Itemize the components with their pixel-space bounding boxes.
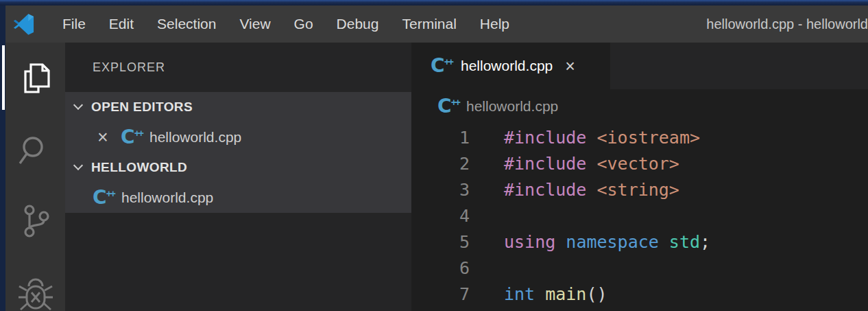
activity-bar	[5, 43, 65, 311]
code-line: 6	[411, 255, 868, 281]
cpp-file-icon: C++	[121, 127, 143, 148]
line-number: 6	[411, 255, 470, 281]
code-text: #include <vector>	[504, 151, 679, 177]
code-line: 3#include <string>	[411, 177, 868, 203]
breadcrumb-file-label: helloworld.cpp	[466, 98, 558, 115]
line-number: 4	[411, 203, 470, 229]
token-string: <iostream>	[596, 128, 700, 148]
menu-item-help[interactable]: Help	[468, 5, 521, 43]
token-plain	[586, 154, 596, 174]
menu-item-selection[interactable]: Selection	[145, 5, 228, 43]
breadcrumb[interactable]: C++ helloworld.cpp	[411, 89, 868, 124]
line-number: 5	[411, 229, 470, 255]
code-text: #include <string>	[504, 177, 679, 203]
file-label: helloworld.cpp	[121, 189, 213, 206]
tab-label: helloworld.cpp	[461, 58, 553, 74]
token-plain	[586, 128, 596, 148]
code-text: using namespace std;	[504, 229, 710, 255]
code-editor[interactable]: 1#include <iostream>2#include <vector>3#…	[411, 124, 868, 308]
line-number: 3	[411, 177, 470, 203]
vscode-logo-icon	[13, 14, 34, 35]
tab-bar: C++ helloworld.cpp ×	[411, 43, 868, 89]
cpp-file-icon: C++	[93, 187, 114, 208]
section-header-open-editors[interactable]: OPEN EDITORS	[65, 92, 411, 122]
line-number: 1	[411, 125, 470, 151]
code-line: 2#include <vector>	[411, 151, 868, 177]
menu-bar: FileEditSelectionViewGoDebugTerminalHelp	[51, 5, 521, 43]
editor-group: C++ helloworld.cpp × C++ helloworld.cpp …	[411, 43, 868, 311]
close-icon[interactable]: ×	[97, 130, 115, 144]
tab-helloworld-cpp[interactable]: C++ helloworld.cpp ×	[411, 43, 610, 89]
tree-item-helloworld-cpp[interactable]: ×C++helloworld.cpp	[65, 122, 411, 152]
code-line: 5using namespace std;	[411, 229, 868, 255]
sidebar-title: EXPLORER	[65, 43, 411, 92]
section-label: OPEN EDITORS	[91, 100, 193, 115]
title-bar: FileEditSelectionViewGoDebugTerminalHelp…	[5, 5, 868, 43]
tree-item-helloworld-cpp[interactable]: C++helloworld.cpp	[65, 183, 411, 213]
bug-icon	[16, 274, 55, 311]
explorer-tree: OPEN EDITORS×C++helloworld.cppHELLOWORLD…	[65, 92, 411, 213]
activity-item-search[interactable]	[5, 132, 65, 170]
window-title: helloworld.cpp - helloworld	[706, 16, 868, 32]
token-string: <vector>	[596, 154, 679, 174]
token-directive: using	[504, 232, 555, 252]
token-plain	[586, 180, 596, 200]
menu-item-go[interactable]: Go	[282, 5, 325, 43]
menu-item-edit[interactable]: Edit	[97, 5, 145, 43]
search-icon	[18, 133, 53, 169]
cpp-file-icon: C++	[431, 56, 453, 76]
section-header-helloworld[interactable]: HELLOWORLD	[65, 152, 411, 183]
token-directive: #include	[504, 154, 586, 174]
token-plain	[535, 284, 545, 304]
active-view-indicator	[2, 45, 5, 110]
token-function: main	[545, 284, 586, 304]
token-plain: ()	[586, 284, 607, 304]
tab-close-icon[interactable]: ×	[565, 59, 575, 73]
code-line: 1#include <iostream>	[411, 125, 868, 151]
activity-item-explorer[interactable]	[5, 59, 65, 97]
token-type: std	[669, 232, 700, 252]
files-icon	[18, 60, 53, 96]
menu-item-debug[interactable]: Debug	[325, 5, 391, 43]
activity-item-debug[interactable]	[5, 274, 65, 311]
token-directive: #include	[504, 128, 586, 148]
code-line: 4	[411, 203, 868, 229]
line-number: 7	[411, 281, 470, 308]
desktop-edge-top	[0, 0, 868, 5]
token-plain: ;	[700, 232, 710, 252]
token-keyword: int	[504, 284, 535, 304]
chevron-down-icon	[73, 100, 83, 110]
file-label: helloworld.cpp	[149, 129, 241, 146]
explorer-sidebar: EXPLORER OPEN EDITORS×C++helloworld.cppH…	[65, 43, 411, 311]
section-label: HELLOWORLD	[91, 160, 187, 175]
code-text: #include <iostream>	[504, 125, 700, 151]
token-keyword: namespace	[566, 232, 658, 252]
chevron-down-icon	[73, 161, 83, 170]
token-directive: #include	[504, 180, 586, 200]
menu-item-file[interactable]: File	[51, 5, 97, 43]
line-number: 2	[411, 151, 470, 177]
cpp-file-icon: C++	[437, 96, 459, 117]
menu-item-view[interactable]: View	[228, 5, 282, 43]
code-line: 7int main()	[411, 281, 868, 308]
activity-item-source-control[interactable]	[5, 202, 65, 240]
git-branch-icon	[18, 203, 53, 239]
token-plain	[555, 232, 566, 252]
token-plain	[659, 232, 669, 252]
token-string: <string>	[596, 180, 679, 200]
menu-item-terminal[interactable]: Terminal	[390, 5, 468, 43]
code-text: int main()	[504, 281, 607, 308]
